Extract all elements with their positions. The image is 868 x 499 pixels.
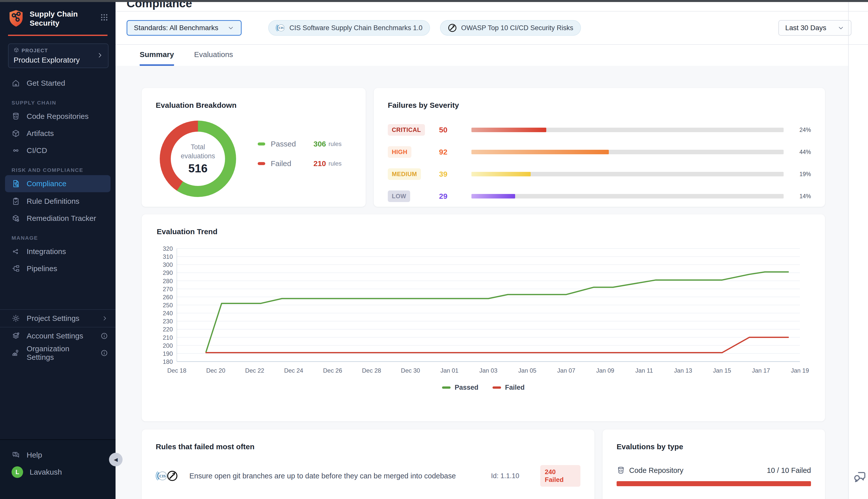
card-title: Failures by Severity <box>388 101 811 110</box>
severity-percent: 19% <box>799 171 811 178</box>
sidebar-item-label: Organization Settings <box>27 344 94 362</box>
sidebar-item-project-settings[interactable]: Project Settings <box>0 310 115 327</box>
severity-bar <box>471 194 784 198</box>
svg-text:Dec 26: Dec 26 <box>323 367 342 374</box>
card-title: Evalutions by type <box>617 442 811 451</box>
severity-bar <box>471 172 784 177</box>
sidebar-item-label: Artifacts <box>27 129 54 138</box>
sidebar-item-help[interactable]: Help <box>0 448 115 463</box>
infinity-icon <box>12 146 20 155</box>
package-icon <box>14 47 19 54</box>
owasp-icon <box>448 23 457 33</box>
app-grid-icon[interactable] <box>100 13 109 23</box>
sidebar-item-ci-cd[interactable]: CI/CD <box>0 142 115 159</box>
org-chart-icon <box>12 349 20 357</box>
help-label: Help <box>27 451 42 459</box>
cis-icon: CIS <box>156 470 168 482</box>
sidebar-item-account-settings[interactable]: Account Settings <box>0 327 115 344</box>
svg-text:Jan 17: Jan 17 <box>752 367 770 374</box>
trend-legend: PassedFailed <box>157 384 810 391</box>
severity-bar <box>471 150 784 154</box>
sidebar-collapse-button[interactable]: ◀ <box>109 453 123 466</box>
sidebar-item-label: Code Repositories <box>27 112 89 121</box>
severity-row-high: HIGH9244% <box>388 146 811 158</box>
sidebar-item-compliance[interactable]: Compliance <box>5 175 111 192</box>
sidebar-item-integrations[interactable]: Integrations <box>0 243 115 260</box>
sidebar-section-risk-and-compliance: RISK AND COMPLIANCE <box>0 167 115 173</box>
sidebar-item-remediation-tracker[interactable]: Remediation Tracker <box>0 210 115 227</box>
svg-text:290: 290 <box>163 269 173 276</box>
date-range-select[interactable]: Last 30 Days <box>778 20 852 36</box>
avatar: L <box>12 466 23 478</box>
svg-text:Jan 09: Jan 09 <box>596 367 614 374</box>
donut-center: Total evaluations 516 <box>171 132 225 186</box>
trend-legend-passed: Passed <box>442 384 479 391</box>
evaluation-breakdown-card: Evaluation Breakdown Total evaluations 5… <box>142 88 366 207</box>
info-icon[interactable] <box>100 332 108 340</box>
home-icon <box>12 79 20 87</box>
evaluations-by-type-card: Evalutions by type Code Repository10 / 1… <box>603 429 825 499</box>
type-status: 10 / 10 Failed <box>767 466 811 475</box>
integrations-icon <box>12 247 20 256</box>
svg-text:Jan 11: Jan 11 <box>635 367 653 374</box>
legend-label: Failed <box>271 159 313 168</box>
shield-logo-icon <box>8 10 24 29</box>
info-icon[interactable] <box>100 349 108 357</box>
sidebar-footer: Help L Lavakush <box>0 439 115 499</box>
rule-standard-icons: CIS <box>156 470 183 482</box>
severity-rows: CRITICAL5024%HIGH9244%MEDIUM3919%LOW2914… <box>388 124 811 202</box>
svg-text:210: 210 <box>163 334 173 341</box>
card-title: Rules that failed most often <box>156 442 580 451</box>
sidebar-nav: Get StartedSUPPLY CHAINCode Repositories… <box>0 68 115 277</box>
svg-text:Dec 28: Dec 28 <box>362 367 381 374</box>
brand-accent-rule <box>8 35 108 36</box>
severity-count: 92 <box>439 148 466 156</box>
chip-cis-software-supply-chain-benchmarks-1-0[interactable]: CISCIS Software Supply Chain Benchmarks … <box>268 20 430 36</box>
severity-count: 39 <box>439 170 466 179</box>
severity-badge: LOW <box>388 191 410 202</box>
evaluation-trend-chart: 1801902002102202302402502602702802903003… <box>157 245 810 377</box>
svg-text:Dec 24: Dec 24 <box>284 367 303 374</box>
project-selector[interactable]: PROJECT Product Exploratory <box>8 44 109 68</box>
severity-badge: HIGH <box>388 146 411 158</box>
rule-id: Id: 1.1.10 <box>491 472 534 480</box>
svg-text:Dec 22: Dec 22 <box>245 367 264 374</box>
svg-text:CIS: CIS <box>159 474 165 478</box>
legend-item-passed: Passed306rules <box>258 140 352 148</box>
sidebar-item-artifacts[interactable]: Artifacts <box>0 125 115 142</box>
sidebar-item-pipelines[interactable]: Pipelines <box>0 260 115 277</box>
rule-row[interactable]: CISEnsure open git branches are up to da… <box>156 465 580 487</box>
type-rows: Code Repository10 / 10 FailedCI/CD4 / 66… <box>617 466 811 499</box>
chevron-down-icon <box>838 24 844 32</box>
legend-label: Passed <box>271 140 313 148</box>
severity-count: 50 <box>439 126 466 134</box>
tab-evaluations[interactable]: Evaluations <box>194 50 233 66</box>
chat-help-button[interactable] <box>853 469 868 484</box>
tab-summary[interactable]: Summary <box>140 50 174 66</box>
standards-select[interactable]: Standards: All Benchmarks <box>127 20 241 36</box>
user-name: Lavakush <box>30 468 62 476</box>
sidebar-item-code-repositories[interactable]: Code Repositories <box>0 108 115 125</box>
sidebar-item-rule-definitions[interactable]: Rule Definitions <box>0 193 115 210</box>
chip-owasp-top-10-ci-cd-security-risks[interactable]: OWASP Top 10 CI/CD Security Risks <box>440 20 581 36</box>
svg-text:270: 270 <box>163 286 173 292</box>
svg-text:180: 180 <box>163 358 173 365</box>
card-title: Evaluation Trend <box>157 227 810 236</box>
clipboard-check-icon <box>12 197 20 206</box>
app-title: Supply ChainSecurity <box>30 10 100 28</box>
evaluation-trend-card: Evaluation Trend 18019020021022023024025… <box>142 214 825 421</box>
sidebar-item-get-started[interactable]: Get Started <box>0 75 115 92</box>
tabs: SummaryEvaluations <box>115 45 868 66</box>
evaluation-donut-chart: Total evaluations 516 <box>160 121 236 197</box>
severity-badge: CRITICAL <box>388 124 425 136</box>
svg-text:Dec 18: Dec 18 <box>167 367 186 374</box>
sidebar-item-organization-settings[interactable]: Organization Settings <box>0 344 115 362</box>
svg-text:Jan 01: Jan 01 <box>440 367 458 374</box>
svg-text:Jan 05: Jan 05 <box>518 367 536 374</box>
chip-label: OWASP Top 10 CI/CD Security Risks <box>461 24 573 32</box>
svg-text:190: 190 <box>163 350 173 357</box>
svg-text:Jan 13: Jan 13 <box>674 367 692 374</box>
user-menu[interactable]: L Lavakush <box>0 463 115 482</box>
help-chat-icon <box>12 451 20 459</box>
filter-bar: Standards: All Benchmarks CISCIS Softwar… <box>115 12 868 44</box>
